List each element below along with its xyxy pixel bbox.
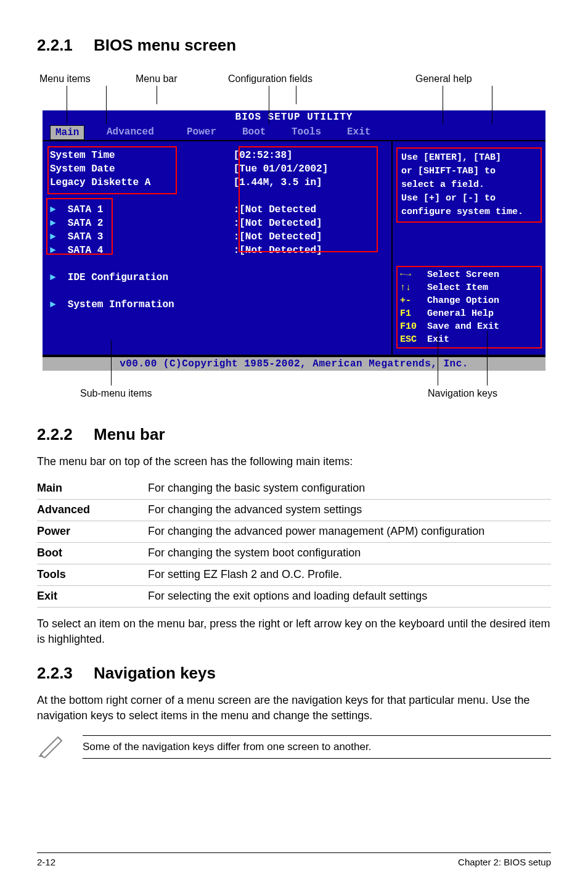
- val-power: For changing the advanced power manageme…: [148, 521, 551, 542]
- table-row: ToolsFor setting EZ Flash 2 and O.C. Pro…: [37, 564, 551, 585]
- bios-footer: v00.00 (C)Copyright 1985-2002, American …: [43, 356, 545, 371]
- general-help-box: Use [ENTER], [TAB] or [SHIFT-TAB] to sel…: [396, 147, 542, 223]
- nav-key-f1: F1: [400, 307, 427, 320]
- key-tools: Tools: [37, 564, 148, 585]
- tab-advanced[interactable]: Advanced: [102, 125, 159, 139]
- callout-nav-keys: Navigation keys: [428, 388, 497, 399]
- note-text: Some of the navigation keys differ from …: [83, 735, 551, 759]
- tab-boot[interactable]: Boot: [237, 125, 271, 139]
- callout-menu-bar: Menu bar: [136, 73, 178, 85]
- svg-line-0: [58, 737, 62, 741]
- row-ide-config[interactable]: ► IDE Configuration: [50, 271, 384, 284]
- tab-main[interactable]: Main: [50, 125, 84, 140]
- nav-key-arrows-ud: ↑↓: [400, 281, 427, 294]
- tab-tools[interactable]: Tools: [287, 125, 326, 139]
- table-row: ExitFor selecting the exit options and l…: [37, 585, 551, 607]
- key-boot: Boot: [37, 542, 148, 564]
- callout-labels-bottom: Sub-menu items Navigation keys: [37, 371, 551, 408]
- table-row: MainFor changing the basic system config…: [37, 478, 551, 500]
- bios-title: BIOS SETUP UTILITY: [43, 110, 545, 124]
- val-tools: For setting EZ Flash 2 and O.C. Profile.: [148, 564, 551, 585]
- callout-labels-top: Menu items Menu bar Configuration fields…: [37, 73, 551, 110]
- val-exit: For selecting the exit options and loadi…: [148, 585, 551, 607]
- callout-sub-menu: Sub-menu items: [80, 388, 152, 399]
- val-boot: For changing the system boot configurati…: [148, 542, 551, 564]
- menubar-table: MainFor changing the basic system config…: [37, 478, 551, 608]
- heading-title: BIOS menu screen: [94, 36, 236, 54]
- heading-221: 2.2.1BIOS menu screen: [37, 36, 551, 55]
- bios-left-pane: System Time [02:52:38] System Date [Tue …: [43, 141, 393, 355]
- help-l3: select a field.: [401, 178, 537, 192]
- chapter-label: Chapter 2: BIOS setup: [458, 857, 551, 867]
- val-advanced: For changing the advanced system setting…: [148, 499, 551, 521]
- key-advanced: Advanced: [37, 499, 148, 521]
- page-number: 2-12: [37, 857, 55, 867]
- nav-key-plusminus: +-: [400, 294, 427, 307]
- callout-config-fields: Configuration fields: [228, 73, 312, 85]
- heading-number: 2.2.3: [37, 664, 94, 683]
- nav-desc-select-screen: Select Screen: [427, 270, 499, 280]
- tab-power[interactable]: Power: [182, 125, 221, 139]
- tab-exit[interactable]: Exit: [342, 125, 375, 139]
- callout-general-help: General help: [415, 73, 472, 85]
- val-main: For changing the basic system configurat…: [148, 478, 551, 500]
- help-l5: configure system time.: [401, 205, 537, 219]
- bios-right-pane: Use [ENTER], [TAB] or [SHIFT-TAB] to sel…: [393, 141, 545, 355]
- row-system-info[interactable]: ► System Information: [50, 298, 384, 311]
- nav-key-esc: ESC: [400, 333, 427, 346]
- heading-223: 2.2.3Navigation keys: [37, 664, 551, 683]
- heading-number: 2.2.1: [37, 36, 94, 55]
- nav-desc-save-exit: Save and Exit: [427, 321, 499, 332]
- key-main: Main: [37, 478, 148, 500]
- navkeys-paragraph: At the bottom right corner of a menu scr…: [37, 693, 551, 724]
- help-l2: or [SHIFT-TAB] to: [401, 165, 537, 178]
- pen-icon: [37, 733, 68, 761]
- nav-desc-general-help: General Help: [427, 308, 494, 319]
- heading-title: Navigation keys: [94, 664, 216, 682]
- page-footer: 2-12 Chapter 2: BIOS setup: [37, 852, 551, 867]
- callout-menu-items: Menu items: [39, 73, 91, 85]
- help-l4: Use [+] or [-] to: [401, 192, 537, 205]
- nav-key-arrows-lr: ←→: [400, 268, 427, 281]
- nav-desc-change-option: Change Option: [427, 295, 499, 306]
- key-exit: Exit: [37, 585, 148, 607]
- menubar-outro: To select an item on the menu bar, press…: [37, 616, 551, 647]
- key-power: Power: [37, 521, 148, 542]
- nav-desc-select-item: Select Item: [427, 283, 488, 293]
- table-row: BootFor changing the system boot configu…: [37, 542, 551, 564]
- bios-screenshot: BIOS SETUP UTILITY Main Advanced Power B…: [43, 110, 545, 371]
- heading-number: 2.2.2: [37, 425, 94, 444]
- nav-key-f10: F10: [400, 320, 427, 333]
- navigation-keys-box: ←→Select Screen ↑↓Select Item +-Change O…: [396, 266, 542, 349]
- menubar-intro: The menu bar on top of the screen has th…: [37, 454, 551, 469]
- note-row: Some of the navigation keys differ from …: [37, 733, 551, 761]
- bios-menu-bar: Main Advanced Power Boot Tools Exit: [43, 124, 545, 140]
- table-row: PowerFor changing the advanced power man…: [37, 521, 551, 542]
- table-row: AdvancedFor changing the advanced system…: [37, 499, 551, 521]
- heading-title: Menu bar: [94, 425, 165, 444]
- nav-desc-exit: Exit: [427, 334, 449, 345]
- help-l1: Use [ENTER], [TAB]: [401, 151, 537, 165]
- heading-222: 2.2.2Menu bar: [37, 425, 551, 444]
